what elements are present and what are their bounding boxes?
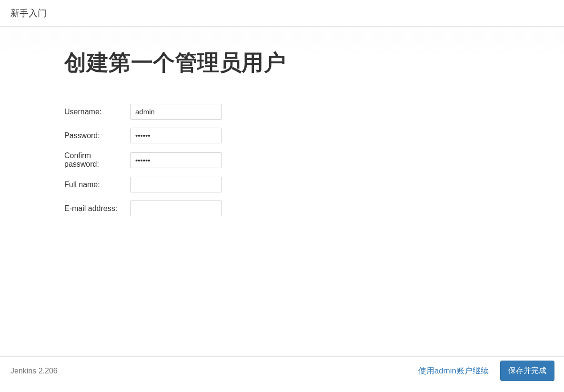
version-label: Jenkins 2.206 xyxy=(10,367,58,375)
confirm-password-label: Confirm password: xyxy=(64,151,130,169)
confirm-password-input[interactable] xyxy=(130,152,222,168)
header-title: 新手入门 xyxy=(10,7,47,20)
password-label: Password: xyxy=(64,131,130,140)
main-content: 创建第一个管理员用户 Username: Password: Confirm p… xyxy=(0,27,564,356)
form-row-username: Username: xyxy=(64,104,564,120)
username-label: Username: xyxy=(64,108,130,116)
form-row-email: E-mail address: xyxy=(64,201,564,216)
save-and-finish-button[interactable]: 保存并完成 xyxy=(500,361,554,381)
username-input[interactable] xyxy=(130,104,222,120)
continue-as-admin-link[interactable]: 使用admin账户继续 xyxy=(418,365,489,376)
email-label: E-mail address: xyxy=(64,204,130,213)
form-row-confirm-password: Confirm password: xyxy=(64,151,564,169)
footer-actions: 使用admin账户继续 保存并完成 xyxy=(418,361,554,381)
fullname-label: Full name: xyxy=(64,181,130,189)
fullname-input[interactable] xyxy=(130,177,222,192)
email-input[interactable] xyxy=(130,201,222,216)
header-bar: 新手入门 xyxy=(0,0,564,27)
page-title: 创建第一个管理员用户 xyxy=(64,48,564,78)
form-row-password: Password: xyxy=(64,128,564,143)
password-input[interactable] xyxy=(130,128,222,143)
footer-bar: Jenkins 2.206 使用admin账户继续 保存并完成 xyxy=(0,356,564,385)
form-row-fullname: Full name: xyxy=(64,177,564,192)
